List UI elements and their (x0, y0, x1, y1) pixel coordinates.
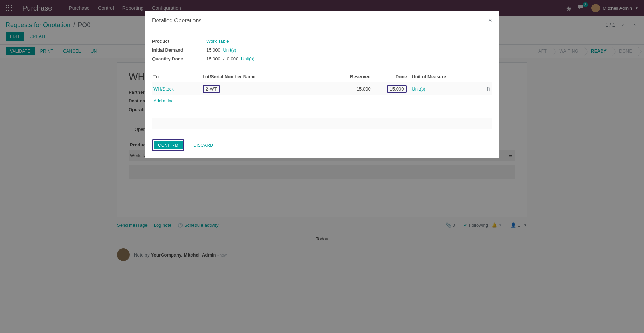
th-to: To (152, 71, 201, 82)
row-done-input[interactable]: 15.000 (387, 85, 407, 93)
modal-title: Detailed Operations (152, 18, 201, 24)
table-row: WH/Stock 2-WT 15.000 15.000 Unit(s) 🗑 (152, 82, 492, 96)
quantity-done-label: Quantity Done (152, 56, 206, 61)
trash-icon[interactable]: 🗑 (486, 86, 491, 92)
th-lot: Lot/Serial Number Name (201, 71, 317, 82)
row-uom[interactable]: Unit(s) (412, 86, 425, 92)
add-line-link[interactable]: Add a line (153, 98, 174, 104)
initial-demand-value: 15.000 Unit(s) (206, 47, 237, 53)
modal: Detailed Operations × Product Work Table… (145, 11, 499, 158)
th-done: Done (372, 71, 409, 82)
modal-footer: CONFIRM DISCARD (145, 134, 499, 158)
initial-demand-label: Initial Demand (152, 47, 206, 53)
product-label: Product (152, 39, 206, 44)
discard-button[interactable]: DISCARD (189, 141, 217, 149)
th-uom: Unit of Measure (408, 71, 481, 82)
modal-header: Detailed Operations × (145, 11, 499, 30)
confirm-button[interactable]: CONFIRM (154, 141, 183, 149)
modal-table: To Lot/Serial Number Name Reserved Done … (152, 71, 492, 129)
quantity-done-value: 15.000 / 0.000 Unit(s) (206, 56, 254, 61)
row-lot-input[interactable]: 2-WT (203, 85, 220, 93)
row-to[interactable]: WH/Stock (153, 86, 174, 92)
product-value[interactable]: Work Table (206, 39, 229, 44)
modal-overlay: Detailed Operations × Product Work Table… (0, 0, 644, 267)
close-icon[interactable]: × (488, 17, 492, 24)
modal-body: Product Work Table Initial Demand 15.000… (145, 30, 499, 134)
row-reserved: 15.000 (317, 82, 372, 96)
th-reserved: Reserved (317, 71, 372, 82)
confirm-highlight: CONFIRM (152, 139, 184, 151)
